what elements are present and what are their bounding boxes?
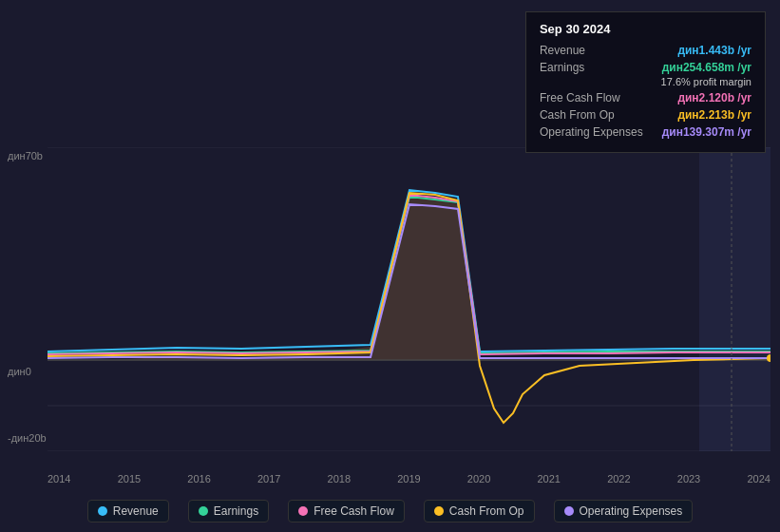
- x-label-2019: 2019: [397, 473, 420, 484]
- x-label-2016: 2016: [187, 473, 210, 484]
- tooltip-label-cashop: Cash From Op: [540, 108, 615, 122]
- tooltip-value-opexp: дин139.307m /yr: [662, 125, 751, 139]
- area-fill-spike: [48, 195, 770, 360]
- y-label-0: дин0: [8, 366, 31, 377]
- tooltip-box: Sep 30 2024 Revenue дин1.443b /yr Earnin…: [525, 11, 766, 153]
- y-label-neg20b: -дин20b: [8, 432, 47, 444]
- main-chart-svg: [48, 147, 770, 451]
- tooltip-row-earnings: Earnings дин254.658m /yr: [540, 61, 751, 74]
- x-label-2022: 2022: [607, 473, 630, 484]
- legend-dot-opexp: [564, 506, 574, 516]
- x-label-2023: 2023: [677, 473, 700, 484]
- tooltip-date: Sep 30 2024: [540, 22, 751, 36]
- tooltip-label-revenue: Revenue: [540, 44, 585, 57]
- tooltip-row-opexp: Operating Expenses дин139.307m /yr: [540, 125, 751, 139]
- x-label-2015: 2015: [118, 473, 141, 484]
- tooltip-value-earnings: дин254.658m /yr: [662, 61, 751, 74]
- x-label-2017: 2017: [257, 473, 280, 484]
- x-label-2014: 2014: [48, 473, 70, 484]
- x-axis: 2014 2015 2016 2017 2018 2019 2020 2021 …: [48, 473, 770, 484]
- chart-legend: Revenue Earnings Free Cash Flow Cash Fro…: [0, 500, 780, 522]
- tooltip-row-fcf: Free Cash Flow дин2.120b /yr: [540, 91, 751, 104]
- tooltip-label-opexp: Operating Expenses: [540, 125, 643, 139]
- legend-label-earnings: Earnings: [214, 504, 258, 518]
- legend-label-opexp: Operating Expenses: [580, 504, 683, 518]
- legend-dot-fcf: [298, 506, 308, 516]
- legend-cashop[interactable]: Cash From Op: [424, 500, 535, 522]
- x-label-2018: 2018: [328, 473, 351, 484]
- legend-dot-revenue: [98, 506, 107, 516]
- legend-label-revenue: Revenue: [113, 504, 159, 518]
- tooltip-sub-margin: 17.6% profit margin: [540, 76, 751, 87]
- legend-revenue[interactable]: Revenue: [87, 500, 169, 522]
- tooltip-value-cashop: дин2.213b /yr: [677, 108, 751, 122]
- x-label-2021: 2021: [537, 473, 560, 484]
- legend-earnings[interactable]: Earnings: [188, 500, 269, 522]
- svg-rect-4: [699, 147, 770, 451]
- tooltip-value-revenue: дин1.443b /yr: [677, 44, 751, 57]
- tooltip-row-revenue: Revenue дин1.443b /yr: [540, 44, 751, 57]
- tooltip-label-earnings: Earnings: [540, 61, 584, 74]
- tooltip-row-cashop: Cash From Op дин2.213b /yr: [540, 108, 751, 122]
- tooltip-label-fcf: Free Cash Flow: [540, 91, 620, 104]
- legend-label-cashop: Cash From Op: [449, 504, 524, 518]
- chart-container: Sep 30 2024 Revenue дин1.443b /yr Earnin…: [0, 0, 780, 532]
- x-label-2020: 2020: [467, 473, 490, 484]
- legend-label-fcf: Free Cash Flow: [314, 504, 394, 518]
- tooltip-value-fcf: дин2.120b /yr: [677, 91, 751, 104]
- legend-fcf[interactable]: Free Cash Flow: [288, 500, 405, 522]
- legend-dot-earnings: [199, 506, 208, 516]
- x-label-2024: 2024: [747, 473, 770, 484]
- legend-dot-cashop: [434, 506, 444, 516]
- y-label-70b: дин70b: [8, 150, 43, 162]
- legend-opexp[interactable]: Operating Expenses: [554, 500, 694, 522]
